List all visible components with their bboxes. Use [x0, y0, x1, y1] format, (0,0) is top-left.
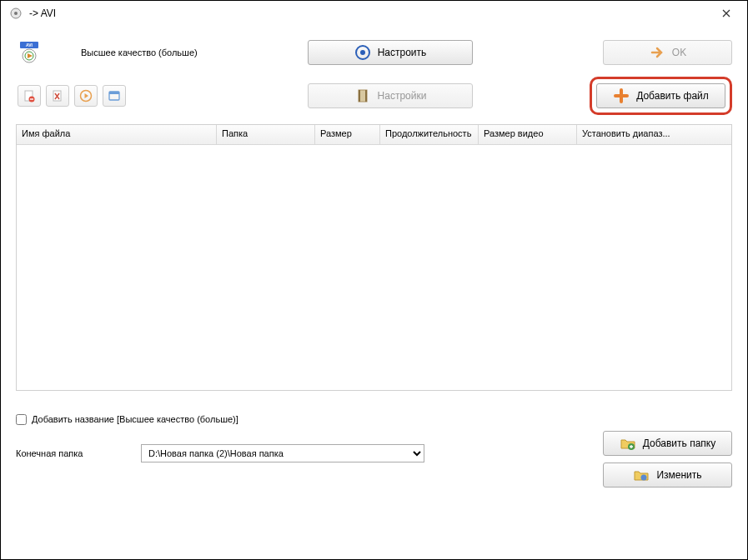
change-button[interactable]: Изменить [603, 462, 732, 488]
file-table: Имя файла Папка Размер Продолжительность… [16, 124, 732, 391]
svg-point-1 [14, 12, 18, 15]
add-file-button-label: Добавить файл [636, 90, 709, 102]
add-title-row: Добавить название [Высшее качество (боль… [16, 408, 732, 431]
bottom-area: Добавить название [Высшее качество (боль… [16, 408, 732, 469]
top-row: AVI Высшее качество (больше) Настроить O… [16, 36, 732, 69]
page-x-icon [51, 89, 64, 102]
change-button-label: Изменить [656, 469, 701, 481]
highlight-ring: Добавить файл [590, 77, 732, 115]
add-title-checkbox[interactable] [16, 414, 27, 425]
svg-point-19 [641, 475, 647, 481]
gear-icon [354, 44, 371, 61]
film-icon [354, 88, 371, 104]
settings-button-label: Настройки [378, 90, 427, 102]
ok-button-label: OK [672, 47, 686, 58]
dest-folder-select[interactable]: D:\Новая папка (2)\Новая папка [141, 444, 424, 462]
column-videosize[interactable]: Размер видео [479, 125, 577, 144]
svg-text:AVI: AVI [26, 42, 33, 48]
close-button[interactable] [714, 1, 739, 26]
avi-format-icon: AVI [18, 41, 41, 64]
app-icon [9, 7, 23, 20]
column-filename[interactable]: Имя файла [17, 125, 217, 144]
ok-button[interactable]: OK [603, 40, 732, 65]
window-icon [108, 89, 121, 102]
play-icon [79, 89, 93, 102]
dest-folder-row: Конечная папка D:\Новая папка (2)\Новая … [16, 444, 732, 462]
dest-folder-label: Конечная папка [16, 448, 124, 458]
titlebar: -> AVI [1, 1, 747, 26]
settings-button[interactable]: Настройки [308, 83, 473, 108]
info-button[interactable] [103, 85, 126, 107]
configure-button[interactable]: Настроить [308, 40, 473, 65]
play-button[interactable] [74, 85, 98, 107]
svg-rect-14 [109, 92, 119, 94]
quality-label: Высшее качество (больше) [81, 48, 198, 58]
configure-button-label: Настроить [378, 47, 427, 58]
folder-edit-icon [633, 467, 650, 483]
remove-item-button[interactable] [18, 85, 41, 107]
svg-rect-10 [30, 98, 33, 99]
svg-rect-16 [359, 90, 360, 102]
plus-icon [613, 88, 630, 104]
column-size[interactable]: Размер [315, 125, 380, 144]
table-header: Имя файла Папка Размер Продолжительность… [17, 125, 731, 145]
page-minus-icon [23, 89, 36, 102]
second-row: Настройки Добавить файл [16, 78, 732, 114]
svg-point-7 [360, 50, 365, 55]
close-icon [722, 9, 730, 18]
column-duration[interactable]: Продолжительность [380, 125, 479, 144]
arrow-right-icon [649, 44, 665, 61]
add-title-label: Добавить название [Высшее качество (боль… [32, 414, 238, 424]
clear-button[interactable] [46, 85, 69, 107]
column-folder[interactable]: Папка [217, 125, 315, 144]
add-file-button[interactable]: Добавить файл [596, 83, 725, 108]
window-title: -> AVI [29, 8, 714, 19]
svg-rect-17 [365, 90, 367, 102]
small-toolbar [18, 85, 126, 107]
column-range[interactable]: Установить диапаз... [577, 125, 731, 144]
